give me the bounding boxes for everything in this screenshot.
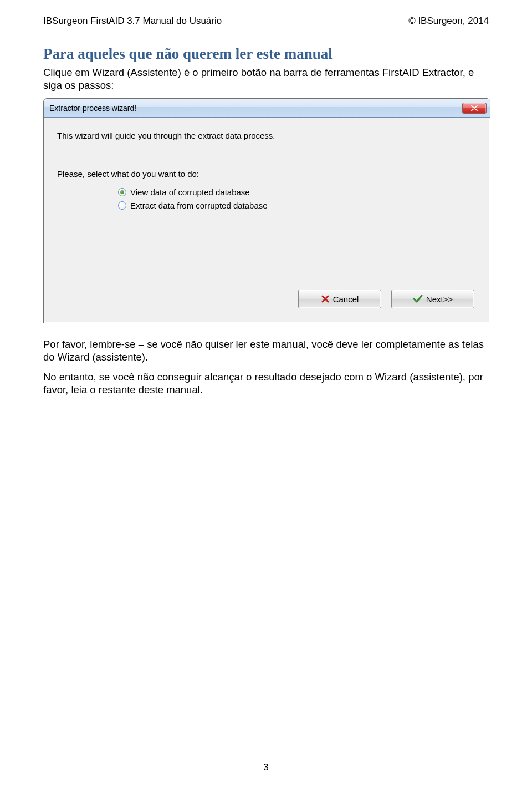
dialog-title: Extractor process wizard!: [49, 104, 136, 113]
check-icon: [413, 295, 423, 303]
paragraph-3: No entanto, se você não conseguir alcanç…: [43, 370, 489, 396]
radio-label-view: View data of corrupted database: [130, 187, 250, 197]
next-button-label: Next>>: [426, 295, 453, 304]
dialog-body: This wizard will guide you through the e…: [44, 118, 490, 323]
doc-header: IBSurgeon FirstAID 3.7 Manual do Usuário…: [43, 16, 489, 27]
cancel-button-label: Cancel: [333, 295, 359, 304]
doc-header-left: IBSurgeon FirstAID 3.7 Manual do Usuário: [43, 16, 222, 27]
radio-option-view[interactable]: View data of corrupted database: [118, 185, 477, 199]
cancel-button[interactable]: Cancel: [298, 290, 381, 308]
paragraph-2: Por favor, lembre-se – se você não quise…: [43, 338, 489, 363]
dialog-intro-text: This wizard will guide you through the e…: [57, 131, 477, 140]
doc-header-right: © IBSurgeon, 2014: [408, 16, 489, 27]
radio-group: View data of corrupted database Extract …: [57, 185, 477, 212]
radio-icon-unchecked: [118, 201, 126, 210]
intro-paragraph-1: Clique em Wizard (Assistente) é o primei…: [43, 66, 489, 92]
page-number: 3: [0, 762, 532, 773]
dialog-prompt-text: Please, select what do you want to do:: [57, 169, 477, 179]
dialog-window: Extractor process wizard! This wizard wi…: [43, 98, 490, 323]
radio-option-extract[interactable]: Extract data from corrupted database: [118, 199, 477, 212]
dialog-titlebar: Extractor process wizard!: [44, 99, 490, 118]
close-icon: [471, 105, 478, 111]
next-button[interactable]: Next>>: [391, 290, 474, 308]
section-heading: Para aqueles que não querem ler este man…: [43, 45, 489, 63]
radio-label-extract: Extract data from corrupted database: [130, 201, 268, 210]
cancel-icon: [321, 295, 330, 303]
close-button[interactable]: [462, 103, 487, 114]
radio-icon-checked: [118, 188, 126, 196]
dialog-button-row: Cancel Next>>: [57, 290, 477, 308]
wizard-dialog-screenshot: Extractor process wizard! This wizard wi…: [43, 98, 489, 323]
